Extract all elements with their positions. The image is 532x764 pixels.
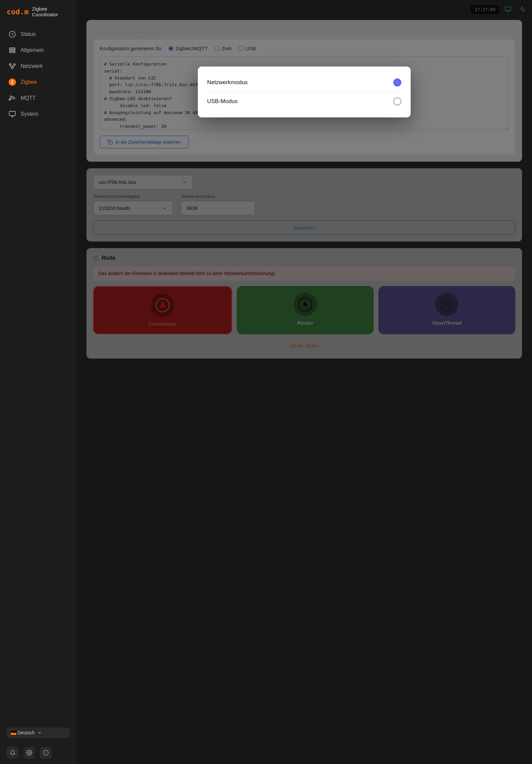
modal-option-usb[interactable]: USB-Modus	[206, 92, 403, 111]
sidebar-label-status: Status	[21, 31, 36, 37]
sidebar-item-allgemein[interactable]: Allgemein	[3, 43, 73, 58]
settings-icon[interactable]	[23, 747, 35, 759]
zigbee-icon: Z	[9, 79, 16, 86]
sidebar-logo: cod.m Zigbee Coordinator	[0, 0, 77, 23]
sidebar-item-mqtt[interactable]: MQTT	[3, 91, 73, 106]
language-label: 🇩🇪 Deutsch	[11, 730, 35, 735]
main-content: 17:27:09 ✦ Konfigurationsgenerator Konfi…	[77, 0, 532, 764]
sidebar-item-netzwerk[interactable]: Netzwerk	[3, 59, 73, 74]
modal-option-network-label: Netzwerkmodus	[207, 79, 248, 86]
allgemein-icon	[9, 47, 16, 54]
sidebar-label-mqtt: MQTT	[21, 95, 36, 101]
mode-modal: Netzwerkmodus USB-Modus	[198, 67, 411, 117]
svg-rect-5	[14, 64, 15, 65]
svg-rect-4	[9, 64, 11, 65]
sidebar: cod.m Zigbee Coordinator Status Allgemei…	[0, 0, 77, 764]
sidebar-label-allgemein: Allgemein	[21, 47, 44, 53]
sidebar-label-netzwerk: Netzwerk	[21, 63, 43, 69]
sidebar-item-system[interactable]: System	[3, 106, 73, 122]
modal-radio-usb[interactable]	[393, 97, 401, 105]
svg-point-7	[9, 99, 10, 100]
svg-rect-3	[10, 52, 15, 53]
app-title: Zigbee Coordinator	[32, 6, 70, 17]
mqtt-icon	[9, 95, 16, 102]
modal-radio-network[interactable]	[393, 79, 401, 87]
svg-rect-1	[10, 48, 15, 49]
modal-overlay[interactable]: Netzwerkmodus USB-Modus	[77, 0, 532, 764]
sidebar-label-system: System	[21, 111, 38, 117]
language-selector[interactable]: 🇩🇪 Deutsch	[7, 727, 70, 738]
sidebar-label-zigbee: Zigbee	[21, 79, 37, 85]
sidebar-bottom-icons	[0, 741, 77, 764]
svg-rect-6	[11, 68, 13, 69]
logo-text: cod.m	[7, 8, 29, 16]
info-icon[interactable]	[40, 747, 52, 759]
netzwerk-icon	[9, 63, 16, 70]
notification-icon[interactable]	[7, 747, 19, 759]
sidebar-item-status[interactable]: Status	[3, 27, 73, 42]
svg-point-9	[29, 752, 30, 754]
sidebar-nav: Status Allgemein Netzwerk Z Zigbee	[0, 23, 77, 724]
svg-rect-8	[9, 111, 15, 116]
system-icon	[9, 110, 16, 118]
svg-rect-2	[10, 50, 15, 51]
modal-option-usb-label: USB-Modus	[207, 98, 238, 105]
status-icon	[9, 31, 16, 38]
modal-option-network[interactable]: Netzwerkmodus	[206, 73, 403, 92]
sidebar-item-zigbee[interactable]: Z Zigbee	[3, 75, 73, 90]
